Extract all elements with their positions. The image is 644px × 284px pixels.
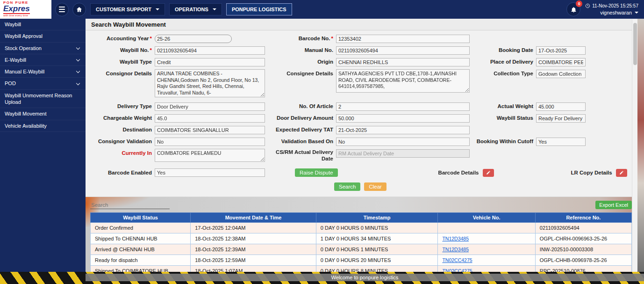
table-row: Order Confirmed 17-Oct-2025 12:04AM 0 DA… <box>91 223 632 233</box>
no-of-article-input[interactable] <box>336 102 470 111</box>
chevron-down-icon <box>76 58 80 61</box>
table-row: Ready for dispatch 18-Oct-2025 12:59AM 0… <box>91 255 632 266</box>
required-asterisk: * <box>331 36 333 41</box>
column-header: Vehicle No. <box>438 213 535 223</box>
footer-status-bar: Welcome to ponpure logistics <box>86 274 644 281</box>
consignee-details-label: Consignee Details <box>268 69 333 78</box>
validation-based-on-input[interactable] <box>336 138 470 146</box>
menu-operations[interactable]: OPERATIONS <box>169 3 222 15</box>
waybill-status-input[interactable] <box>536 114 586 123</box>
cs-rm-actual-delivery-date-label: CS/RM Actual Delivery Date <box>268 149 333 162</box>
sidebar-item-stock-operation[interactable]: Stock Operation <box>0 43 86 54</box>
home-button[interactable] <box>72 3 86 16</box>
waybill-type-input[interactable] <box>155 58 265 66</box>
barcode-no-input[interactable] <box>336 35 470 43</box>
notifications-button[interactable]: 0 <box>566 2 580 16</box>
hamburger-icon <box>59 7 65 7</box>
vehicle-no-link[interactable]: TN02CC4275 <box>442 257 472 263</box>
sidebar-item-waybill-unmovement-reason-upload[interactable]: Waybill Unmovement Reason Upload <box>0 90 86 109</box>
scrollbar-thumb[interactable] <box>633 23 637 65</box>
pencil-icon <box>619 170 624 175</box>
accounting-year-input[interactable] <box>155 35 232 43</box>
home-icon <box>76 6 83 13</box>
required-asterisk: * <box>150 47 152 53</box>
waybill-status-label: Waybill Status <box>472 114 533 122</box>
table-search-input[interactable] <box>90 201 170 209</box>
consignee-details-textarea[interactable]: SATHYA AGENCIES PVT LTD CBE,1708-1,AVINA… <box>336 69 470 93</box>
destination-label: Destination <box>91 125 152 134</box>
sidebar-item-pod[interactable]: POD <box>0 78 86 89</box>
clock-icon <box>585 3 590 8</box>
chevron-down-icon <box>635 12 638 14</box>
booking-within-cutoff-input[interactable] <box>536 138 586 146</box>
sidebar-item-vehicle-availability[interactable]: Vehicle Availability <box>0 120 86 132</box>
consignor-details-textarea[interactable]: ARUNA TRADE COMBINES - CHENNAI,Godown No… <box>155 69 265 97</box>
chevron-down-icon <box>76 45 80 49</box>
barcode-details-edit-button[interactable] <box>483 169 494 177</box>
background-photo-edge <box>637 19 644 272</box>
raise-dispute-button[interactable]: Raise Dispute <box>295 168 338 177</box>
chevron-down-icon <box>213 8 216 10</box>
top-bar: PON PURE Expres with time every time CUS… <box>0 0 644 19</box>
collection-type-input[interactable] <box>536 70 586 78</box>
origin-input[interactable] <box>336 58 470 66</box>
user-menu[interactable]: vigneshwaran <box>600 10 638 15</box>
place-of-delivery-label: Place of Delivery <box>472 58 533 66</box>
vehicle-no-link[interactable]: TN12D3485 <box>442 236 469 241</box>
chevron-down-icon <box>76 81 80 85</box>
validation-based-on-label: Validation Based On <box>268 137 333 146</box>
currently-in-label: Currently In <box>91 149 152 157</box>
delivery-type-input[interactable] <box>155 102 265 111</box>
barcode-details-label: Barcode Details <box>438 170 479 175</box>
accounting-year-label: Accounting Year* <box>91 34 152 43</box>
vehicle-no-link[interactable]: TN12D3485 <box>442 247 469 252</box>
chevron-down-icon <box>156 8 159 10</box>
collection-type-label: Collection Type <box>472 69 533 78</box>
sidebar-item-manual-e-waybill[interactable]: Manual E-Waybill <box>0 66 86 78</box>
booking-date-input[interactable] <box>536 46 586 55</box>
vertical-scrollbar[interactable] <box>632 19 637 272</box>
column-header: Movement Date & Time <box>191 213 316 223</box>
consignor-details-label: Consignor Details <box>91 69 152 78</box>
lr-copy-details-edit-button[interactable] <box>616 169 627 177</box>
booking-date-label: Booking Date <box>472 46 533 54</box>
menu-ponpure-logistics[interactable]: PONPURE LOGISTICS <box>226 3 292 15</box>
cs-rm-actual-delivery-date-input[interactable] <box>336 149 470 158</box>
actual-weight-input[interactable] <box>536 102 586 111</box>
current-datetime: 11-Nov-2025 15:25:57 <box>585 3 638 8</box>
required-asterisk: * <box>150 36 152 41</box>
page-title: Search Waybill Movement <box>86 19 644 30</box>
sidebar-item-waybill-movement[interactable]: Waybill Movement <box>0 108 86 120</box>
sidebar-item-waybill-approval[interactable]: Waybill Approval <box>0 30 86 42</box>
hamburger-menu-button[interactable] <box>55 3 69 16</box>
manual-no-input[interactable] <box>336 46 470 55</box>
clear-button[interactable]: Clear <box>364 182 386 191</box>
consignor-validation-label: Consignor Validation <box>91 137 152 146</box>
bell-icon <box>570 6 577 13</box>
expected-delivery-tat-input[interactable] <box>336 126 470 134</box>
waybill-no-input[interactable] <box>155 46 265 55</box>
menu-customer-support[interactable]: CUSTOMER SUPPORT <box>90 3 165 15</box>
sidebar-item-waybill[interactable]: Waybill <box>0 19 86 30</box>
logo-text-main: Expres <box>3 5 30 14</box>
column-header: Timestamp <box>316 213 438 223</box>
barcode-enabled-input[interactable] <box>155 168 265 177</box>
column-header: Reference No. <box>535 213 631 223</box>
consignor-validation-input[interactable] <box>155 138 265 146</box>
door-delivery-amount-input[interactable] <box>336 114 470 123</box>
logo-tagline: with time every time <box>3 14 48 18</box>
barcode-enabled-label: Barcode Enabled <box>91 168 152 177</box>
table-header-row: Waybill Status Movement Date & Time Time… <box>91 213 632 223</box>
currently-in-textarea[interactable]: COIMBATORE PEELAMEDU <box>155 149 265 162</box>
chevron-down-icon <box>76 69 80 73</box>
export-excel-button[interactable]: Export Excel <box>595 201 632 209</box>
waybill-type-label: Waybill Type <box>91 58 152 66</box>
sidebar-item-e-waybill[interactable]: E-Waybill <box>0 54 86 66</box>
pencil-icon <box>486 170 491 175</box>
search-button[interactable]: Search <box>334 182 360 191</box>
chargeable-weight-input[interactable] <box>155 114 265 123</box>
door-delivery-amount-label: Door Delivery Amount <box>268 114 333 122</box>
delivery-type-label: Delivery Type <box>91 102 152 110</box>
destination-input[interactable] <box>155 126 265 134</box>
place-of-delivery-input[interactable] <box>536 58 586 66</box>
